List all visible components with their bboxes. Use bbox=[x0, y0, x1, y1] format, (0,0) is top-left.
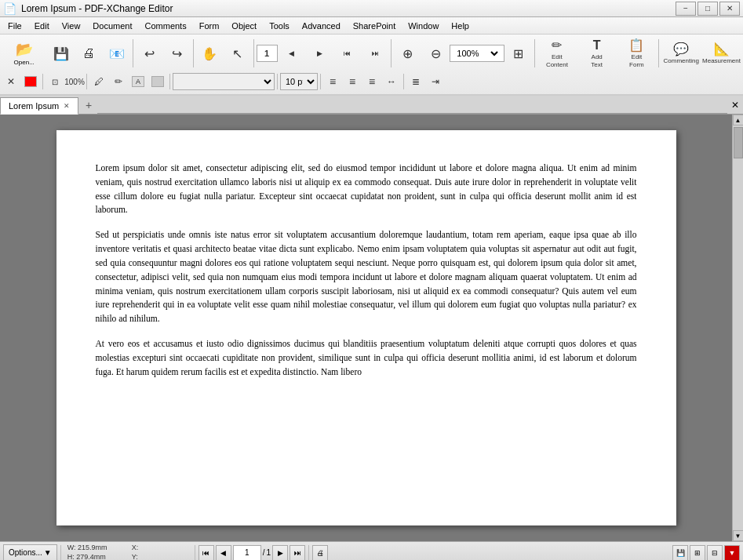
save-icon: 💾 bbox=[53, 46, 69, 61]
hand-icon: ✋ bbox=[202, 46, 217, 61]
status-settings-button[interactable]: ▼ bbox=[724, 545, 740, 561]
fmt-sep2 bbox=[86, 74, 87, 89]
go-first-button[interactable]: ⏮ bbox=[198, 545, 214, 561]
toolbar-area: 📂 Open... 💾 🖨 📧 ↩ ↪ ✋ ↖ 1 bbox=[0, 35, 743, 96]
first-page-button[interactable]: ⏮ bbox=[333, 38, 360, 69]
menu-form[interactable]: Form bbox=[193, 17, 226, 35]
print-button[interactable]: 🖨 bbox=[75, 38, 102, 69]
coords-display: X: Y: bbox=[129, 544, 191, 560]
font-family-select[interactable] bbox=[173, 73, 275, 90]
commenting-button[interactable]: 💬 Commenting bbox=[661, 38, 701, 69]
tab-bar: Lorem Ipsum ✕ + ✕ bbox=[0, 96, 743, 115]
tab-lorem-ipsum[interactable]: Lorem Ipsum ✕ bbox=[0, 97, 78, 115]
maximize-button[interactable]: □ bbox=[697, 2, 718, 16]
menu-edit[interactable]: Edit bbox=[28, 17, 56, 35]
font-size-select[interactable]: 10 pt 8 pt 9 pt 11 pt 12 pt 14 pt bbox=[280, 73, 318, 90]
last-page-button[interactable]: ⏭ bbox=[362, 38, 388, 69]
cursor-icon: ↖ bbox=[232, 46, 242, 61]
red-color-button[interactable] bbox=[21, 72, 40, 91]
pdf-canvas[interactable]: Lorem ipsum dolor sit amet, consectetur … bbox=[0, 115, 732, 541]
redo-icon: ↪ bbox=[172, 46, 182, 61]
pdf-page: Lorem ipsum dolor sit amet, consectetur … bbox=[56, 130, 676, 525]
pencil-button[interactable]: ✏ bbox=[109, 72, 128, 91]
right-scrollbar: ▲ ▼ bbox=[732, 115, 743, 541]
add-text-label: AddText bbox=[591, 53, 603, 68]
redo-button[interactable]: ↪ bbox=[163, 38, 190, 69]
menu-comments[interactable]: Comments bbox=[139, 17, 193, 35]
page-number-input[interactable] bbox=[233, 545, 261, 561]
add-text-button[interactable]: T AddText bbox=[577, 38, 617, 69]
menu-sharepoint[interactable]: SharePoint bbox=[347, 17, 402, 35]
align-center-icon: ≡ bbox=[349, 75, 355, 88]
align-left-button[interactable]: ≡ bbox=[323, 72, 342, 91]
main-area: Lorem ipsum dolor sit amet, consectetur … bbox=[0, 115, 743, 541]
scroll-thumb[interactable] bbox=[734, 127, 743, 158]
options-label: Options... bbox=[9, 548, 42, 557]
scroll-down-button[interactable]: ▼ bbox=[733, 530, 744, 541]
zoom-in-button[interactable]: ⊕ bbox=[394, 38, 421, 69]
open-button[interactable]: 📂 Open... bbox=[2, 38, 46, 69]
go-next-button[interactable]: ▶ bbox=[272, 545, 288, 561]
menu-file[interactable]: File bbox=[2, 17, 28, 35]
title-bar: 📄 Lorem Ipsum - PDF-XChange Editor − □ ✕ bbox=[0, 0, 743, 17]
justify-button[interactable]: ↔ bbox=[382, 72, 401, 91]
checkers-button[interactable]: ⊡ bbox=[46, 72, 64, 91]
go-prev-button[interactable]: ◀ bbox=[216, 545, 231, 561]
edit-content-button[interactable]: ✏ EditContent bbox=[537, 38, 577, 69]
menu-advanced[interactable]: Advanced bbox=[296, 17, 347, 35]
minimize-button[interactable]: − bbox=[676, 2, 696, 16]
options-button[interactable]: Options... ▼ bbox=[3, 544, 57, 561]
highlight-button[interactable]: 🖊 bbox=[89, 72, 108, 91]
menu-tools[interactable]: Tools bbox=[263, 17, 296, 35]
save-button[interactable]: 💾 bbox=[47, 38, 74, 69]
strike-swatch bbox=[151, 76, 164, 87]
toolbar-row2: ✕ ⊡ 100% 🖊 ✏ A 10 pt 8 pt bbox=[2, 71, 741, 93]
menu-view[interactable]: View bbox=[56, 17, 87, 35]
next-page-button[interactable]: ▶ bbox=[306, 38, 333, 69]
save-file-button[interactable]: 💾 bbox=[672, 545, 688, 561]
undo-button[interactable]: ↩ bbox=[136, 38, 162, 69]
status-btn1[interactable]: ⊞ bbox=[690, 545, 705, 561]
hand-tool-button[interactable]: ✋ bbox=[196, 38, 223, 69]
zoom-select[interactable]: 100% 50% 75% 125% 150% 200% bbox=[453, 48, 500, 59]
close-button[interactable]: ✕ bbox=[719, 2, 740, 16]
highlight-icon: 🖊 bbox=[94, 76, 104, 87]
zoom-fit-icon: ⊞ bbox=[513, 46, 523, 61]
go-last-button[interactable]: ⏭ bbox=[290, 545, 305, 561]
list-button[interactable]: ≣ bbox=[406, 72, 425, 91]
page-slash: / bbox=[263, 548, 265, 557]
tab-close-button[interactable]: ✕ bbox=[64, 102, 70, 110]
new-tab-button[interactable]: + bbox=[80, 96, 97, 114]
close-doc-button[interactable]: ✕ bbox=[727, 96, 743, 114]
scroll-up-button[interactable]: ▲ bbox=[733, 115, 744, 125]
fmt-sep3 bbox=[169, 74, 170, 89]
menu-help[interactable]: Help bbox=[445, 17, 475, 35]
select-tool-button[interactable]: ↖ bbox=[224, 38, 250, 69]
print-doc-button[interactable]: 🖨 bbox=[312, 545, 328, 561]
align-center-button[interactable]: ≡ bbox=[343, 72, 362, 91]
zoom-out-button[interactable]: ⊖ bbox=[422, 38, 449, 69]
indent-button[interactable]: ⇥ bbox=[426, 72, 445, 91]
options-arrow: ▼ bbox=[44, 548, 52, 557]
fill-button[interactable]: A bbox=[129, 72, 148, 91]
strikethrough-button[interactable] bbox=[148, 72, 167, 91]
style-dropdown-button[interactable]: ✕ bbox=[2, 72, 20, 91]
zoom-pct-button[interactable]: 100% bbox=[65, 72, 84, 91]
commenting-label: Commenting bbox=[663, 57, 698, 65]
zoom-selector[interactable]: 100% 50% 75% 125% 150% 200% bbox=[450, 45, 504, 62]
menu-document[interactable]: Document bbox=[86, 17, 138, 35]
fmt-sep6 bbox=[403, 74, 404, 89]
measurement-button[interactable]: 📐 Measurement bbox=[701, 38, 741, 69]
prev-page-button[interactable]: ◀ bbox=[279, 38, 305, 69]
edit-form-button[interactable]: 📋 EditForm bbox=[617, 38, 657, 69]
email-button[interactable]: 📧 bbox=[103, 38, 129, 69]
menu-bar: File Edit View Document Comments Form Ob… bbox=[0, 17, 743, 35]
status-btn2[interactable]: ⊟ bbox=[707, 545, 723, 561]
red-color-swatch bbox=[24, 76, 37, 87]
menu-window[interactable]: Window bbox=[402, 17, 445, 35]
menu-object[interactable]: Object bbox=[225, 17, 263, 35]
align-right-button[interactable]: ≡ bbox=[362, 72, 381, 91]
fmt-sep4 bbox=[277, 74, 278, 89]
zoom-fit-button[interactable]: ⊞ bbox=[505, 38, 532, 69]
zoom-out-icon: ⊖ bbox=[431, 46, 441, 61]
